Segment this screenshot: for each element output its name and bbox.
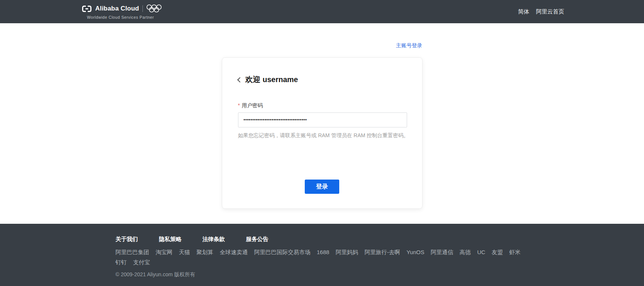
footer-site-link[interactable]: 聚划算 (196, 249, 213, 256)
footer-site-link[interactable]: 钉钉 (115, 259, 127, 266)
main-area: 主账号登录 欢迎username *用户密码 如果您忘记密码，请联系主账号或 R… (0, 23, 644, 224)
copyright-text: © 2009-2021 Aliyun.com 版权所有 (115, 271, 529, 278)
footer-site-link[interactable]: 阿里巴巴集团 (115, 249, 149, 256)
footer-site-link[interactable]: 阿里旅行-去啊 (364, 249, 400, 256)
footer-site-link[interactable]: 虾米 (509, 249, 521, 256)
password-input[interactable] (238, 112, 407, 127)
top-header: Alibaba Cloud Worldwide Cloud Services P… (0, 0, 644, 23)
footer-primary-link[interactable]: 服务公告 (246, 236, 268, 243)
footer-site-link[interactable]: 淘宝网 (156, 249, 172, 256)
page-footer: 关于我们隐私策略法律条款服务公告 阿里巴巴集团淘宝网天猫聚划算全球速卖通阿里巴巴… (0, 224, 644, 286)
root-account-login-link[interactable]: 主账号登录 (396, 42, 422, 48)
card-title: 欢迎username (238, 74, 406, 85)
login-button[interactable]: 登录 (305, 180, 339, 194)
footer-site-link[interactable]: 友盟 (492, 249, 503, 256)
footer-site-link[interactable]: 阿里通信 (431, 249, 453, 256)
footer-site-links-row1: 阿里巴巴集团淘宝网天猫聚划算全球速卖通阿里巴巴国际交易市场1688阿里妈妈阿里旅… (115, 249, 529, 256)
header-links: 简体 阿里云首页 (518, 8, 564, 15)
brand-tagline: Worldwide Cloud Services Partner (87, 15, 162, 19)
aliyun-home-link[interactable]: 阿里云首页 (536, 8, 564, 15)
footer-site-link[interactable]: 1688 (317, 249, 329, 256)
password-label: *用户密码 (238, 102, 406, 109)
welcome-title: 欢迎username (246, 75, 298, 85)
brand-name: Alibaba Cloud (95, 5, 139, 12)
footer-primary-link[interactable]: 关于我们 (115, 236, 138, 243)
footer-primary-links: 关于我们隐私策略法律条款服务公告 (115, 236, 529, 243)
username-text: username (263, 75, 298, 84)
brand-block: Alibaba Cloud Worldwide Cloud Services P… (82, 4, 162, 19)
brand-divider (142, 5, 143, 12)
login-card: 欢迎username *用户密码 如果您忘记密码，请联系主账号或 RAM 管理员… (222, 57, 422, 209)
footer-site-link[interactable]: YunOS (406, 249, 424, 256)
password-helper-text: 如果您忘记密码，请联系主账号或 RAM 管理员在 RAM 控制台重置密码。 (238, 132, 406, 139)
footer-site-link[interactable]: 高德 (460, 249, 471, 256)
footer-site-link[interactable]: 阿里妈妈 (335, 249, 358, 256)
footer-site-link[interactable]: 全球速卖通 (220, 249, 248, 256)
footer-site-link[interactable]: 支付宝 (133, 259, 150, 266)
locale-link[interactable]: 简体 (518, 8, 529, 15)
footer-site-links-row2: 钉钉支付宝 (115, 259, 529, 266)
back-chevron-icon[interactable] (237, 77, 242, 82)
olympic-rings-icon (146, 4, 162, 13)
footer-site-link[interactable]: 天猫 (179, 249, 190, 256)
footer-site-link[interactable]: UC (477, 249, 485, 256)
footer-primary-link[interactable]: 隐私策略 (159, 236, 181, 243)
footer-site-link[interactable]: 阿里巴巴国际交易市场 (254, 249, 310, 256)
alibaba-cloud-bracket-icon (82, 5, 92, 12)
footer-primary-link[interactable]: 法律条款 (202, 236, 225, 243)
required-asterisk: * (238, 102, 240, 108)
